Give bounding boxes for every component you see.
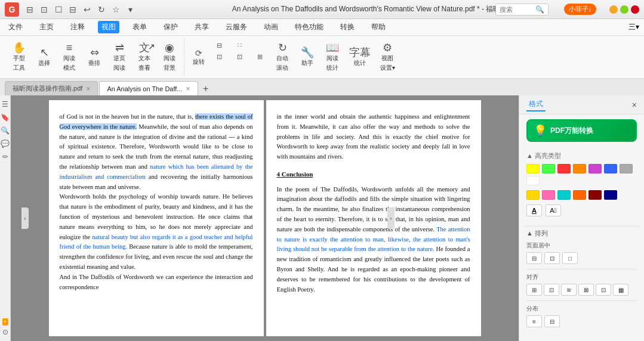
- search-icon[interactable]: 🔍: [535, 5, 544, 14]
- save-icon[interactable]: ☐: [53, 4, 64, 16]
- user-button[interactable]: 小菲子↓: [564, 4, 597, 15]
- reverse-btn[interactable]: ⇌ 逆页 阅读: [107, 41, 131, 74]
- menu-right[interactable]: 三▾: [628, 22, 639, 32]
- right-collapse-arrow[interactable]: ›: [387, 207, 395, 229]
- align-center-h[interactable]: ⊟: [526, 252, 542, 264]
- page-layout-2[interactable]: ⊡: [209, 52, 229, 62]
- color-pink[interactable]: [542, 190, 555, 200]
- distribute-v[interactable]: ⊟: [544, 315, 560, 327]
- align-mid[interactable]: ⊡: [544, 284, 559, 296]
- menu-animation[interactable]: 动画: [260, 21, 282, 33]
- print-icon[interactable]: ⊟: [67, 4, 79, 16]
- pdf-area: of God is not in the heaven but in the n…: [11, 95, 519, 341]
- dropdown-icon[interactable]: ▾: [124, 4, 136, 16]
- menu-share[interactable]: 共享: [191, 21, 212, 33]
- menu-features[interactable]: 特色功能: [291, 21, 327, 33]
- app-logo: G: [5, 2, 19, 17]
- align-vmid[interactable]: ⊡: [596, 284, 611, 296]
- color-dark-orange[interactable]: [573, 190, 586, 200]
- page-layout-5[interactable]: ⊞: [250, 41, 269, 74]
- tab-analysis-close[interactable]: ×: [186, 85, 190, 93]
- close-button[interactable]: [631, 5, 639, 14]
- read-stats-btn[interactable]: 📖 阅读 统计: [321, 41, 344, 74]
- color-purple[interactable]: [588, 164, 602, 173]
- page-layout-4[interactable]: ⊡: [230, 52, 249, 62]
- align-left[interactable]: ⊞: [526, 284, 542, 296]
- maximize-button[interactable]: [620, 5, 628, 14]
- menu-form[interactable]: 表单: [129, 21, 150, 33]
- panel-tab-format[interactable]: 格式: [526, 98, 546, 111]
- assistant-btn[interactable]: 🔧 助手: [295, 41, 319, 74]
- color-blue[interactable]: [604, 164, 617, 173]
- color-cyan[interactable]: [557, 190, 571, 200]
- text-view-btn[interactable]: 文 文本 查看 ↗: [133, 41, 156, 74]
- read-mode-btn[interactable]: ≡ 阅读 模式: [57, 41, 81, 74]
- distribute-h[interactable]: ≡: [526, 315, 542, 327]
- undo-icon[interactable]: ↩: [81, 4, 93, 16]
- view-settings-btn[interactable]: ⚙ 视图 设置▾: [375, 41, 399, 74]
- tab-guide-close[interactable]: ×: [86, 85, 90, 93]
- hand-icon: ✋: [13, 42, 26, 53]
- sidebar-comment-icon[interactable]: 💬: [1, 140, 10, 148]
- page-align-title: 页面居中: [526, 241, 637, 250]
- page-layout-1[interactable]: ⊟: [209, 41, 229, 51]
- tab-add-button[interactable]: +: [199, 82, 212, 95]
- align-right[interactable]: ≋: [561, 284, 577, 296]
- align-bottom[interactable]: ▦: [613, 284, 628, 296]
- color-gray[interactable]: [620, 164, 633, 173]
- redo-icon[interactable]: ↻: [95, 4, 107, 16]
- bg-btn[interactable]: ◉ 阅读 背景: [158, 41, 181, 74]
- text-box-btn[interactable]: A⃞: [546, 204, 561, 216]
- select-btn[interactable]: ↖ 选择: [32, 41, 56, 74]
- menu-cloud[interactable]: 云服务: [222, 21, 251, 33]
- page-layout-3[interactable]: ∷: [230, 41, 249, 51]
- color-yellow[interactable]: [526, 164, 540, 173]
- color-gold[interactable]: [526, 190, 540, 200]
- hand-tool-btn[interactable]: ✋ 手型 工具: [7, 41, 31, 74]
- color-white[interactable]: [526, 176, 540, 185]
- sidebar-sign-icon[interactable]: ✏: [2, 153, 8, 161]
- sidebar-nav-icon[interactable]: ☰: [2, 100, 8, 108]
- open-icon[interactable]: ⊡: [38, 4, 50, 16]
- text-underline-btn[interactable]: A: [526, 204, 542, 216]
- pdf-convert-button[interactable]: 💡 PDF万能转换: [526, 119, 637, 142]
- color-dark-red[interactable]: [588, 190, 602, 200]
- color-red[interactable]: [557, 164, 571, 173]
- search-input[interactable]: [500, 6, 535, 13]
- sidebar-bookmark-icon[interactable]: 🔖: [1, 113, 10, 122]
- rotate-btn[interactable]: ⟳ 旋转: [189, 41, 208, 74]
- vertical-btn[interactable]: ⇔ 垂排: [82, 41, 106, 74]
- tab-guide[interactable]: 福昕阅读器操作指南.pdf ×: [5, 81, 98, 95]
- color-orange[interactable]: [573, 164, 586, 173]
- star-icon[interactable]: ☆: [110, 4, 122, 16]
- bg-icon: ◉: [165, 42, 174, 53]
- color-dark-blue[interactable]: [604, 190, 617, 200]
- toolbar-group-tools: ✋ 手型 工具 ↖ 选择 ≡ 阅读 模式 ⇔ 垂排 ⇌ 逆页 阅读: [5, 38, 184, 76]
- align-center-v[interactable]: ⊡: [544, 252, 560, 264]
- sidebar-bottom-1[interactable]: +: [2, 318, 8, 326]
- tab-analysis[interactable]: An Analysis on The Daff... ×: [99, 81, 198, 95]
- align-box[interactable]: □: [562, 252, 578, 264]
- color-green[interactable]: [542, 164, 555, 173]
- sidebar-search-icon[interactable]: 🔍: [1, 126, 10, 135]
- menu-home[interactable]: 主页: [36, 21, 57, 33]
- pdf-left-para-2: Wordsworth holds the psychology of worsh…: [60, 192, 253, 272]
- menu-file[interactable]: 文件: [5, 21, 26, 33]
- align-top[interactable]: ⊠: [578, 284, 594, 296]
- menu-view[interactable]: 视图: [98, 21, 119, 33]
- left-collapse-arrow[interactable]: ‹: [21, 207, 29, 229]
- panel-close-btn[interactable]: ×: [632, 100, 637, 110]
- sidebar-bottom-2[interactable]: ⊙: [2, 328, 8, 336]
- menu-protect[interactable]: 保护: [160, 21, 181, 33]
- auto-scroll-btn[interactable]: ↻ 自动 滚动: [270, 41, 294, 74]
- minimize-button[interactable]: [609, 5, 618, 14]
- new-icon[interactable]: ⊟: [24, 4, 36, 16]
- highlight-title: ▲ 高亮类型: [526, 151, 637, 160]
- menu-annotation[interactable]: 注释: [67, 21, 88, 33]
- char-stats-btn[interactable]: 字幕 统计: [346, 41, 374, 74]
- distribute-btns: ≡ ⊟: [526, 315, 637, 327]
- pdf-section-heading: 4 Conclusion: [277, 169, 470, 180]
- menu-convert[interactable]: 转换: [337, 21, 358, 33]
- menu-help[interactable]: 帮助: [368, 21, 389, 33]
- title-toolbar-icons: ⊟ ⊡ ☐ ⊟ ↩ ↻ ☆ ▾: [24, 4, 136, 16]
